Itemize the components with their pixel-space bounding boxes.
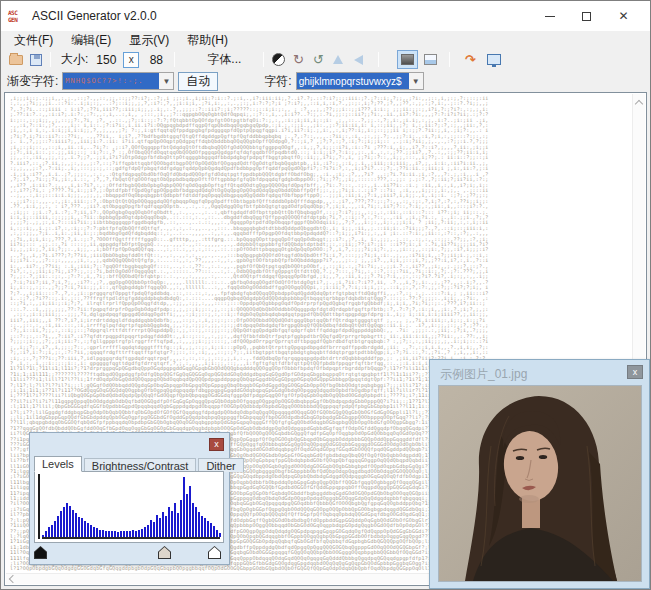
toolbar-separator: [449, 52, 450, 67]
text-view-icon: [401, 54, 414, 65]
chevron-down-icon[interactable]: ▼: [409, 73, 423, 89]
toolbar-separator: [378, 52, 379, 67]
image-view-icon: [424, 54, 437, 65]
chars-combobox[interactable]: ghijklmnopqrstuvwxyz$ ▼: [296, 72, 424, 90]
source-photo: [438, 385, 642, 582]
toolbar-separator: [174, 52, 175, 67]
chars-value: ghijklmnopqrstuvwxyz$: [297, 73, 409, 89]
close-button[interactable]: ✕: [605, 1, 642, 31]
levels-tabs: Levels Brightness/Contrast Dither: [34, 456, 246, 472]
white-point-slider[interactable]: [208, 546, 221, 559]
minimize-icon: [545, 16, 555, 17]
black-point-handle-icon: [35, 547, 46, 558]
window-controls: ✕: [531, 1, 642, 31]
histogram-panel: [34, 471, 224, 543]
close-icon: ✕: [618, 10, 628, 22]
title-bar: ASC GEN ASCII Generator v2.0.0 ✕: [1, 1, 650, 31]
white-point-handle-icon: [209, 547, 220, 558]
save-button[interactable]: [26, 50, 46, 69]
width-input[interactable]: 150: [92, 53, 120, 67]
size-label: 大小:: [61, 51, 88, 68]
flip-vertical-icon: [333, 55, 343, 64]
gamma-slider[interactable]: [158, 546, 171, 559]
flip-horizontal-icon: [354, 55, 363, 65]
chars-label: 字符:: [264, 73, 291, 90]
gamma-handle-icon: [159, 547, 170, 558]
menu-bar: 文件(F) 编辑(E) 显示(V) 帮助(H): [2, 31, 649, 49]
flip-vertical-button[interactable]: [328, 50, 348, 69]
flip-horizontal-button[interactable]: [348, 50, 368, 69]
refresh-button[interactable]: ↷: [460, 50, 480, 69]
app-icon-text-top: ASC: [8, 9, 26, 16]
preview-title: 示例图片_01.jpg: [440, 366, 527, 383]
rotate-ccw-icon: ↺: [313, 53, 324, 66]
scroll-up-icon: [635, 100, 643, 108]
character-toolbar: 渐变字符: MNHQ$OC?7>!:-;. ▼ 自动 字符: ghijklmno…: [2, 70, 649, 92]
menu-file[interactable]: 文件(F): [7, 31, 60, 50]
window-title: ASCII Generator v2.0.0: [32, 9, 157, 23]
gradient-chars-label: 渐变字符:: [7, 73, 58, 90]
height-input[interactable]: 88: [142, 53, 170, 67]
rotate-cw-button[interactable]: ↻: [288, 50, 308, 69]
maximize-button[interactable]: [568, 1, 605, 31]
app-icon-text-bottom: GEN: [8, 16, 26, 23]
chevron-down-icon[interactable]: ▼: [159, 73, 173, 89]
app-window: ASC GEN ASCII Generator v2.0.0 ✕ 文件(F) 编…: [0, 0, 651, 590]
font-button[interactable]: 字体...: [201, 49, 247, 70]
tab-dither[interactable]: Dither: [198, 458, 243, 472]
tab-brightness-contrast[interactable]: Brightness/Contrast: [84, 458, 197, 472]
black-point-slider[interactable]: [34, 546, 47, 559]
levels-slider-track: [34, 545, 224, 560]
view-text-button[interactable]: [397, 50, 418, 69]
portrait-illustration: [439, 386, 641, 581]
open-folder-icon: [9, 55, 23, 65]
view-image-button[interactable]: [420, 50, 441, 69]
levels-dialog: x Levels Brightness/Contrast Dither: [29, 432, 230, 565]
monitor-icon: [487, 54, 501, 65]
histogram-bars: [42, 475, 220, 539]
main-toolbar: 大小: 150 x 88 字体... ↻ ↺ ↷: [2, 49, 649, 70]
histogram-axis: [38, 474, 40, 539]
aspect-lock-toggle[interactable]: x: [123, 52, 139, 68]
menu-edit[interactable]: 编辑(E): [64, 31, 118, 50]
menu-view[interactable]: 显示(V): [122, 31, 176, 50]
scroll-left-icon: [9, 575, 17, 583]
refresh-arrow-icon: ↷: [465, 53, 476, 66]
gradient-chars-value: MNHQ$OC?7>!:-;.: [63, 73, 159, 89]
open-button[interactable]: [6, 50, 26, 69]
toolbar-separator: [50, 52, 51, 67]
tab-levels[interactable]: Levels: [34, 456, 82, 472]
auto-button[interactable]: 自动: [178, 72, 218, 91]
preview-close-button[interactable]: x: [627, 365, 643, 379]
rotate-ccw-button[interactable]: ↺: [308, 50, 328, 69]
save-floppy-icon: [30, 54, 42, 66]
rotate-cw-icon: ↻: [293, 53, 304, 66]
invert-icon: [272, 53, 285, 66]
menu-help[interactable]: 帮助(H): [180, 31, 235, 50]
invert-button[interactable]: [268, 50, 288, 69]
toolbar-separator: [263, 52, 264, 67]
app-icon: ASC GEN: [8, 8, 26, 24]
preview-window: 示例图片_01.jpg x: [429, 359, 650, 589]
levels-close-button[interactable]: x: [209, 438, 224, 451]
minimize-button[interactable]: [531, 1, 568, 31]
gradient-chars-combobox[interactable]: MNHQ$OC?7>!:-;. ▼: [62, 72, 174, 90]
maximize-icon: [582, 12, 591, 21]
output-button[interactable]: [484, 50, 504, 69]
